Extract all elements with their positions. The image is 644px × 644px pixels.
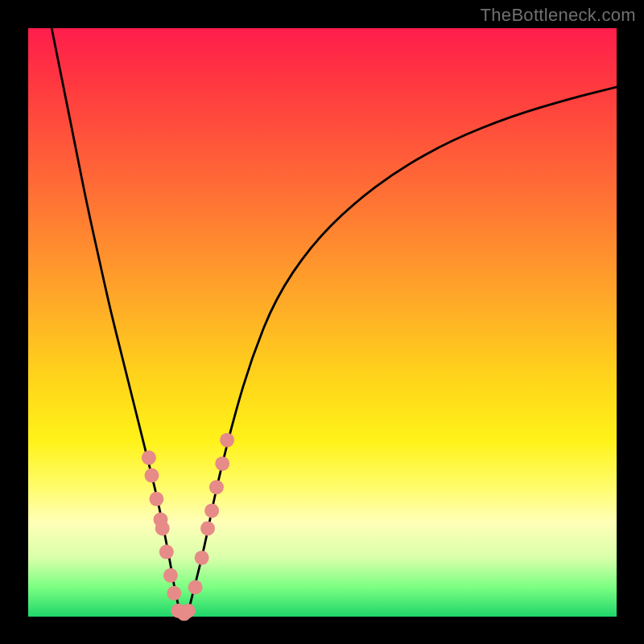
marker-dot: [215, 456, 229, 471]
marker-dots: [142, 433, 234, 621]
curve-svg: [28, 28, 617, 617]
marker-dot: [200, 521, 215, 535]
marker-dot: [149, 492, 163, 506]
marker-dot: [163, 568, 178, 583]
marker-dot: [167, 586, 181, 601]
marker-dot: [204, 503, 219, 518]
bottleneck-curve: [52, 28, 617, 617]
marker-dot: [195, 551, 209, 565]
watermark-text: TheBottleneck.com: [481, 5, 636, 26]
marker-dot: [159, 545, 174, 559]
marker-dot: [209, 480, 224, 494]
marker-dot: [145, 469, 159, 483]
marker-dot: [181, 604, 196, 618]
marker-dot: [142, 451, 156, 465]
plot-area: [28, 28, 617, 617]
marker-dot: [188, 580, 203, 595]
marker-dot: [220, 433, 234, 448]
marker-dot: [155, 521, 170, 535]
chart-frame: TheBottleneck.com: [0, 0, 644, 644]
